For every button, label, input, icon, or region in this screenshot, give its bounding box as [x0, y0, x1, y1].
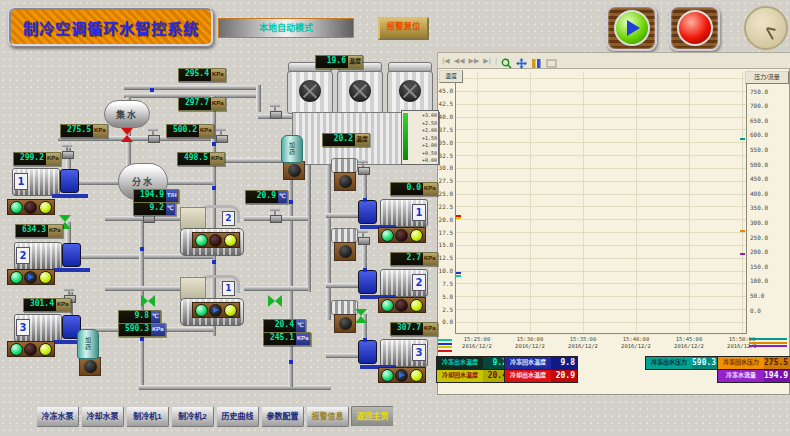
y-right-tick-label: 500.0 [750, 161, 778, 168]
series-current-marker [456, 275, 461, 277]
tower-temp-display: 19.6温度 [315, 55, 363, 69]
x-tick-label: 15:25:002016/12/2 [452, 336, 502, 349]
y-axis-right [746, 72, 747, 333]
last-button[interactable]: ▶| [483, 57, 491, 65]
strainer-drain [334, 172, 356, 191]
strainer-drain [334, 314, 356, 333]
gray-valve-icon [356, 230, 370, 243]
nav-button-1[interactable]: 冷冻水泵 [36, 406, 79, 427]
red-valve-icon [121, 128, 133, 142]
nav-button-2[interactable]: 冷却水泵 [81, 406, 124, 427]
chilled-flow-display: 194.9T/H [133, 189, 179, 203]
dosing-tank-1: 加药 [281, 135, 303, 163]
fault-lamp [395, 229, 408, 242]
sensor-dot [363, 268, 367, 272]
y-right-tick-label: 400.0 [750, 190, 778, 197]
nav-button-4[interactable]: 制冷机2 [171, 406, 214, 427]
v-gridline [636, 72, 637, 333]
strainer [331, 158, 358, 173]
y-right-axis-tag: 压力/流量 [745, 71, 789, 84]
run-lamp [381, 299, 394, 312]
fault-lamp [395, 299, 408, 312]
legend-chilled-supply-pressure: 冷冻出水压力590.3 [645, 356, 719, 370]
y-right-tick-label: 700.0 [750, 102, 778, 109]
y-left-tick-label: 22.5 [432, 203, 453, 210]
h-gridline [456, 129, 746, 130]
y-right-tick-label: 250.0 [750, 234, 778, 241]
series-current-marker [740, 253, 745, 255]
legend-chilled-supply-temp: 冷冻出水温度9.2 [436, 356, 510, 370]
chilled-supply-temp-display: 9.2℃ [133, 202, 176, 216]
nav-button-6[interactable]: 参数配置 [261, 406, 304, 427]
level-scale-label: +0.50 [410, 150, 437, 156]
chilled-pump-3: 3 [358, 337, 430, 369]
cooling-pump1-pressure-display: 299.2KPa [13, 152, 61, 166]
start-button[interactable] [606, 5, 657, 51]
cooling-pipe-pressure-display-1: 295.4KPa [178, 68, 226, 82]
series-legend-line [438, 346, 452, 348]
cooling-return-temp-display: 20.4℃ [263, 319, 306, 333]
level-scale-label: +2.50 [410, 120, 437, 126]
prev-button[interactable]: ◀◀ [454, 57, 465, 65]
legend-cooling-supply-temp: 冷却出水温度20.9 [504, 369, 578, 383]
nav-button-8[interactable]: 返回主页 [351, 406, 394, 427]
cooling-pump1-lights [7, 199, 55, 215]
chilled-supply-pressure-display: 590.3KPa [118, 323, 166, 337]
print-icon-button[interactable] [546, 55, 557, 66]
y-right-tick-label: 200.0 [750, 248, 778, 255]
chiller2-status-lights [192, 232, 240, 248]
x-axis [455, 333, 747, 334]
h-gridline [456, 194, 746, 195]
alarm-reset-button[interactable]: 报警复位 [378, 17, 429, 40]
legend-chilled-return-temp: 冷冻回水温度9.8 [504, 356, 578, 370]
nav-button-3[interactable]: 制冷机1 [126, 406, 169, 427]
y-right-tick-label: 550.0 [750, 146, 778, 153]
h-gridline [456, 232, 746, 233]
cooling-pump3-pressure-display: 301.4KPa [23, 298, 71, 312]
nav-button-7[interactable]: 报警信息 [306, 406, 349, 427]
nav-button-5[interactable]: 历史曲线 [216, 406, 259, 427]
chiller-control-box [180, 207, 206, 230]
h-gridline [456, 168, 746, 169]
cooling-tower-1 [287, 62, 333, 114]
y-left-tick-label: 2.5 [432, 306, 453, 313]
chilled-return-pressure-display: 275.5KPa [60, 124, 108, 138]
next-button[interactable]: ▶▶ [469, 57, 480, 65]
pan-icon-button[interactable] [516, 55, 527, 66]
x-tick-label: 15:40:002016/12/2 [611, 336, 661, 349]
pause-icon-button[interactable] [531, 55, 542, 66]
level-scale-label: +3.00 [410, 112, 437, 118]
chilled-pump2-pressure-display: 2.7KPa [390, 252, 438, 266]
mode-button[interactable]: 本地自动模式 [218, 18, 354, 38]
h-gridline [456, 309, 746, 310]
x-tick-label: 15:35:002016/12/2 [558, 336, 608, 349]
h-gridline [456, 117, 746, 118]
pressure-display-4: 498.5KPa [177, 152, 225, 166]
pipe-segment [306, 162, 310, 292]
sensor-dot [140, 337, 144, 341]
strainer [331, 228, 358, 243]
running-lamp [209, 304, 222, 317]
zoom-icon-button[interactable] [501, 55, 512, 66]
cooling-pump-2: 2 [14, 240, 86, 272]
gray-valve-icon [214, 128, 228, 141]
ready-lamp [224, 304, 237, 317]
trend-toolbar: |◀◀◀▶▶▶| | [437, 52, 790, 69]
pressure-display-5: 245.1KPa [263, 332, 311, 346]
legend-chilled-flow: 冷冻水流量194.9 [717, 369, 790, 383]
gray-valve-icon [268, 104, 282, 117]
h-gridline [456, 155, 746, 156]
stop-button[interactable] [669, 5, 720, 51]
dosing-filter-2 [79, 357, 101, 376]
pipe-segment [362, 172, 366, 200]
ready-lamp [410, 369, 423, 382]
h-gridline [456, 258, 746, 259]
y-left-tick-label: 15.0 [432, 241, 453, 248]
chilled-pump2-lights [378, 297, 426, 313]
chilled-return-temp-display: 9.8℃ [118, 310, 161, 324]
chiller-number: 2 [222, 211, 235, 226]
sensor-dot [363, 198, 367, 202]
level-scale-label: +0.00 [410, 157, 437, 163]
first-button[interactable]: |◀ [442, 57, 450, 65]
mini-legend-right [749, 338, 787, 347]
